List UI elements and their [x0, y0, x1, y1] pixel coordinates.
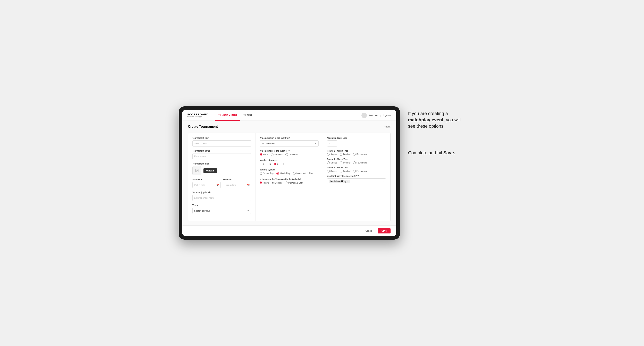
api-select-tag[interactable]: Leaderboard King ✕ ⌄ — [327, 178, 386, 184]
individuals-option[interactable]: Individuals Only — [285, 181, 303, 184]
nav-teams[interactable]: TEAMS — [240, 110, 255, 121]
tournament-name-label: Tournament name — [192, 150, 252, 152]
scoring-match[interactable]: Match Play — [276, 172, 290, 175]
api-label: Use third-party live scoring API? — [327, 175, 386, 177]
round3-fourball[interactable]: Fourball — [340, 170, 350, 173]
rounds-3[interactable]: 3 — [274, 163, 278, 165]
annotation-top: If you are creating a matchplay event, y… — [408, 111, 466, 129]
scoring-radio-group: Stroke Play Match Play Medal Match Play — [260, 172, 318, 175]
round2-foursomes[interactable]: Foursomes — [353, 162, 367, 164]
annotation-bottom-text1: Complete and hit — [408, 150, 444, 155]
division-select[interactable]: NCAA Division I — [260, 140, 318, 147]
start-date-wrapper: 📅 — [192, 182, 221, 188]
rounds-group: Number of rounds 1 2 3 — [260, 159, 318, 165]
logo-area: Upload — [192, 166, 252, 175]
user-name: Test User — [369, 114, 378, 117]
gender-combined[interactable]: Combined — [286, 153, 298, 156]
logo-placeholder — [192, 166, 202, 175]
image-icon — [195, 169, 199, 173]
start-date-group: Start date 📅 — [192, 178, 221, 188]
back-link[interactable]: ‹ Back — [384, 125, 390, 128]
brand-logo: SCOREBOARD Powered by clippit — [187, 113, 208, 117]
tablet-frame: SCOREBOARD Powered by clippit TOURNAMENT… — [179, 106, 400, 240]
gender-mens[interactable]: Mens — [260, 153, 268, 156]
max-team-size-group: Maximum Team Size — [327, 137, 386, 147]
page-content: Create Tournament ‹ Back Tournament Host — [182, 121, 396, 225]
round1-match-type: Round 1 - Match Type Singles Fourball Fo… — [327, 150, 386, 156]
tournament-logo-label: Tournament logo — [192, 163, 252, 165]
form-footer: Cancel Save — [182, 225, 396, 236]
tournament-logo-group: Tournament logo Upload — [192, 163, 252, 175]
sponsor-input[interactable] — [192, 195, 252, 201]
save-button[interactable]: Save — [378, 228, 390, 233]
date-row: Start date 📅 End date — [192, 178, 252, 188]
avatar — [362, 113, 367, 118]
round3-foursomes[interactable]: Foursomes — [353, 170, 367, 173]
gender-womens-label: Womens — [274, 154, 282, 156]
svg-point-1 — [196, 170, 196, 170]
division-label: Which division is the event for? — [260, 137, 318, 139]
scoring-label: Scoring system — [260, 169, 318, 171]
gender-womens[interactable]: Womens — [271, 153, 282, 156]
tablet-screen: SCOREBOARD Powered by clippit TOURNAMENT… — [182, 110, 396, 236]
round2-match-type: Round 2 - Match Type Singles Fourball Fo… — [327, 158, 386, 164]
calendar-icon-end: 📅 — [247, 184, 250, 186]
round1-foursomes[interactable]: Foursomes — [353, 153, 367, 156]
outer-wrapper: SCOREBOARD Powered by clippit TOURNAMENT… — [179, 106, 466, 240]
chevron-left-icon: ‹ — [384, 125, 384, 128]
max-team-size-input[interactable] — [327, 140, 337, 147]
rounds-1[interactable]: 1 — [260, 163, 264, 165]
api-expand-icon[interactable]: ⌄ — [382, 180, 384, 182]
sponsor-label: Sponsor (optional) — [192, 191, 252, 193]
gender-group: Which gender is the event for? Mens Wome… — [260, 150, 318, 156]
upload-button[interactable]: Upload — [204, 168, 217, 173]
venue-label: Venue — [192, 204, 252, 206]
nav-tournaments[interactable]: TOURNAMENTS — [215, 110, 240, 121]
round1-fourball[interactable]: Fourball — [340, 153, 350, 156]
round1-singles[interactable]: Singles — [327, 153, 337, 156]
api-tag-close[interactable]: ✕ — [347, 180, 349, 182]
end-date-label: End date — [223, 178, 251, 181]
rounds-2[interactable]: 2 — [267, 163, 272, 165]
api-group: Use third-party live scoring API? Leader… — [327, 175, 386, 184]
sponsor-group: Sponsor (optional) — [192, 191, 252, 201]
tournament-name-input[interactable] — [192, 153, 252, 159]
annotation-top-text1: If you are creating a — [408, 111, 448, 116]
gender-mens-label: Mens — [263, 154, 268, 156]
form-col-2: Which division is the event for? NCAA Di… — [256, 133, 323, 221]
teams-radio-group: Teams (+Individuals) Individuals Only — [260, 181, 318, 184]
sign-out-link[interactable]: Sign out — [383, 114, 391, 117]
round2-singles[interactable]: Singles — [327, 162, 337, 164]
form-col-1: Tournament Host Tournament name Tourname… — [188, 133, 256, 221]
round3-singles[interactable]: Singles — [327, 170, 337, 173]
gender-combined-label: Combined — [289, 154, 298, 156]
round2-fourball[interactable]: Fourball — [340, 162, 350, 164]
tournament-host-label: Tournament Host — [192, 137, 252, 139]
date-group: Start date 📅 End date — [192, 178, 252, 188]
cancel-button[interactable]: Cancel — [362, 228, 376, 233]
scoring-match-label: Match Play — [280, 172, 290, 174]
rounds-4[interactable]: 4 — [281, 163, 286, 165]
scoring-stroke[interactable]: Stroke Play — [260, 172, 274, 175]
scoring-medal[interactable]: Medal Match Play — [293, 172, 313, 175]
api-tag-value: Leaderboard King ✕ — [329, 180, 350, 183]
back-label: Back — [386, 125, 390, 128]
venue-group: Venue Search golf club — [192, 204, 252, 214]
tournament-host-input[interactable] — [192, 140, 252, 147]
page-header: Create Tournament ‹ Back — [188, 125, 390, 129]
round1-options: Singles Fourball Foursomes — [327, 153, 386, 156]
round3-match-type: Round 3 - Match Type Singles Fourball Fo… — [327, 167, 386, 173]
division-group: Which division is the event for? NCAA Di… — [260, 137, 318, 147]
venue-select[interactable]: Search golf club — [192, 208, 252, 214]
round3-options: Singles Fourball Foursomes — [327, 170, 386, 173]
tournament-name-group: Tournament name — [192, 150, 252, 159]
individuals-label: Individuals Only — [288, 182, 303, 184]
annotations-panel: If you are creating a matchplay event, y… — [408, 106, 466, 156]
nav-bar: SCOREBOARD Powered by clippit TOURNAMENT… — [182, 110, 396, 121]
end-date-group: End date 📅 — [223, 178, 251, 188]
rounds-label: Number of rounds — [260, 159, 318, 162]
round1-label: Round 1 - Match Type — [327, 150, 386, 152]
teams-option[interactable]: Teams (+Individuals) — [260, 181, 282, 184]
round3-label: Round 3 - Match Type — [327, 167, 386, 169]
start-date-label: Start date — [192, 178, 221, 181]
